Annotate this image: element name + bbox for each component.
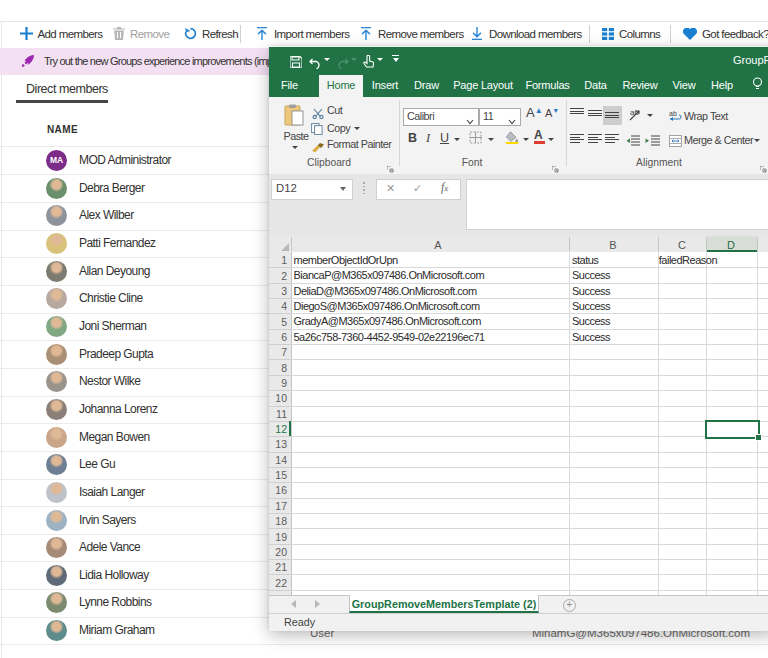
svg-text:ab: ab — [630, 108, 639, 117]
svg-text:ab: ab — [669, 110, 677, 117]
